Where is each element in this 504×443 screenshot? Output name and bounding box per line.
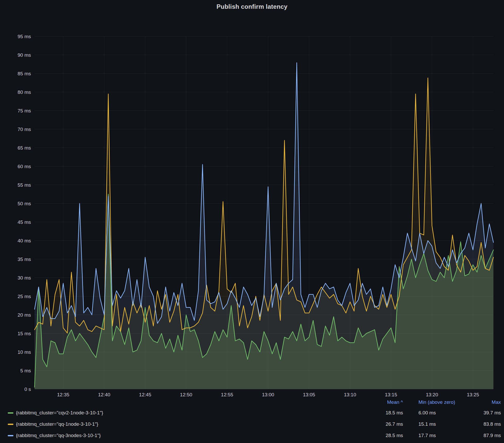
- series-max-value: 39.7 ms: [467, 410, 501, 416]
- y-tick-label: 95 ms: [18, 34, 31, 39]
- x-tick-label: 13:10: [344, 392, 356, 397]
- x-tick-label: 12:50: [180, 392, 192, 397]
- y-tick-label: 80 ms: [18, 89, 31, 95]
- y-tick-label: 40 ms: [18, 238, 31, 243]
- series-label[interactable]: {rabbitmq_cluster="qq-3nodes-3-10-1"}: [16, 433, 101, 438]
- legend: Mean ^ Min (above zero) Max {rabbitmq_cl…: [0, 397, 504, 441]
- y-tick-label: 70 ms: [18, 127, 31, 132]
- legend-sort-mean[interactable]: Mean ^: [359, 399, 403, 405]
- series-min-value: 15.1 ms: [403, 421, 467, 427]
- y-tick-label: 15 ms: [18, 331, 31, 336]
- x-tick-label: 12:55: [221, 392, 233, 397]
- y-tick-label: 25 ms: [18, 294, 31, 299]
- series-color-swatch[interactable]: [8, 424, 13, 425]
- x-tick-label: 13:25: [467, 392, 479, 397]
- legend-row[interactable]: {rabbitmq_cluster="qq-1node-3-10-1"}26.7…: [0, 419, 504, 430]
- y-tick-label: 85 ms: [18, 71, 31, 76]
- series-color-swatch[interactable]: [8, 412, 13, 414]
- series-mean-value: 28.5 ms: [359, 433, 403, 438]
- y-tick-label: 90 ms: [18, 52, 31, 58]
- y-tick-label: 45 ms: [18, 219, 31, 225]
- y-tick-label: 60 ms: [18, 164, 31, 169]
- y-tick-label: 35 ms: [18, 257, 31, 262]
- x-tick-label: 12:45: [139, 392, 152, 397]
- series-label[interactable]: {rabbitmq_cluster="qq-1node-3-10-1"}: [16, 421, 98, 427]
- series-min-value: 6.00 ms: [403, 410, 467, 416]
- y-tick-label: 65 ms: [18, 145, 31, 151]
- y-tick-label: 5 ms: [20, 368, 31, 373]
- series-color-swatch[interactable]: [8, 435, 13, 436]
- y-tick-label: 75 ms: [18, 108, 31, 113]
- x-tick-label: 13:20: [426, 392, 438, 397]
- grafana-panel: Publish confirm latency 0 s5 ms10 ms15 m…: [0, 0, 504, 443]
- y-tick-label: 55 ms: [18, 182, 31, 188]
- legend-sort-max[interactable]: Max: [467, 399, 501, 405]
- panel-title[interactable]: Publish confirm latency: [0, 3, 504, 10]
- series-mean-value: 18.5 ms: [359, 410, 403, 416]
- legend-row[interactable]: {rabbitmq_cluster="qq-3nodes-3-10-1"}28.…: [0, 430, 504, 441]
- plot-area[interactable]: [35, 36, 493, 389]
- x-tick-label: 12:35: [57, 392, 70, 397]
- legend-sort-min[interactable]: Min (above zero): [403, 399, 467, 405]
- legend-rows: {rabbitmq_cluster="cqv2-1node-3-10-1"}18…: [0, 407, 504, 441]
- series-min-value: 17.7 ms: [403, 433, 467, 438]
- x-tick-label: 13:05: [303, 392, 315, 397]
- y-tick-label: 10 ms: [18, 349, 31, 355]
- y-tick-label: 30 ms: [18, 275, 31, 281]
- series-mean-value: 26.7 ms: [359, 421, 403, 427]
- x-tick-label: 12:40: [98, 392, 111, 397]
- x-tick-label: 13:00: [262, 392, 274, 397]
- legend-header: Mean ^ Min (above zero) Max: [0, 397, 504, 407]
- legend-row[interactable]: {rabbitmq_cluster="cqv2-1node-3-10-1"}18…: [0, 407, 504, 419]
- y-tick-label: 20 ms: [18, 312, 31, 318]
- latency-chart-canvas[interactable]: 0 s5 ms10 ms15 ms20 ms25 ms30 ms35 ms40 …: [0, 14, 504, 397]
- series-max-value: 83.8 ms: [467, 421, 501, 427]
- series-label[interactable]: {rabbitmq_cluster="cqv2-1node-3-10-1"}: [16, 410, 103, 416]
- series-max-value: 87.9 ms: [467, 433, 501, 438]
- y-tick-label: 50 ms: [18, 201, 31, 206]
- x-tick-label: 13:15: [385, 392, 397, 397]
- y-tick-label: 0 s: [24, 387, 31, 392]
